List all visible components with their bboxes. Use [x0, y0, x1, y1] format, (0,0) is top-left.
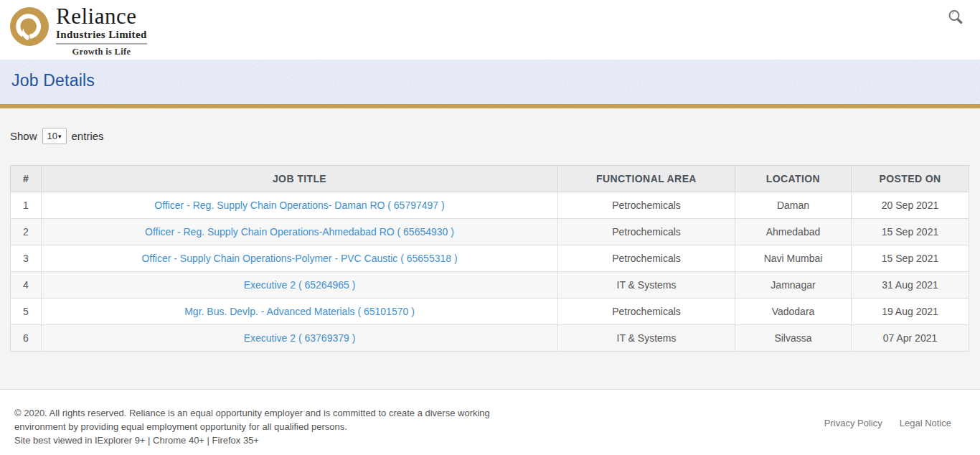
entries-control: Show 10 ▾ entries: [0, 108, 980, 144]
table-row: 4 Executive 2 ( 65264965 ) IT & Systems …: [11, 272, 969, 299]
location-cell: Ahmedabad: [735, 219, 852, 245]
show-label: Show: [10, 130, 37, 142]
table-row: 1 Officer - Reg. Supply Chain Operations…: [11, 192, 969, 219]
row-number: 5: [11, 299, 42, 325]
functional-area-cell: Petrochemicals: [558, 245, 735, 272]
footer-copyright: © 2020. All rights reserved. Reliance is…: [14, 406, 499, 433]
search-button[interactable]: [946, 8, 965, 27]
footer-text-block: © 2020. All rights reserved. Reliance is…: [14, 390, 499, 455]
entries-select[interactable]: 10 ▾: [42, 128, 67, 144]
row-number: 6: [11, 325, 42, 352]
banner-texture: [0, 60, 980, 104]
table-row: 2 Officer - Reg. Supply Chain Operations…: [11, 219, 969, 245]
functional-area-cell: IT & Systems: [558, 325, 735, 352]
table-row: 5 Mgr. Bus. Devlp. - Advanced Materials …: [11, 299, 969, 325]
job-title-link[interactable]: Officer - Supply Chain Operations-Polyme…: [141, 253, 457, 264]
job-title-link[interactable]: Executive 2 ( 63769379 ): [244, 332, 356, 344]
entries-label: entries: [72, 130, 104, 142]
column-header-job-title: JOB TITLE: [42, 166, 558, 192]
functional-area-cell: Petrochemicals: [558, 299, 735, 325]
page-title: Job Details: [11, 71, 95, 90]
posted-on-cell: 15 Sep 2021: [852, 245, 969, 272]
functional-area-cell: IT & Systems: [558, 272, 735, 299]
page-title-banner: Job Details: [0, 60, 980, 104]
location-cell: Daman: [735, 192, 852, 219]
reliance-emblem-icon: [10, 7, 49, 46]
posted-on-cell: 15 Sep 2021: [852, 219, 969, 245]
site-header: Reliance Industries Limited Growth is Li…: [0, 0, 980, 60]
job-title-link[interactable]: Officer - Reg. Supply Chain Operations- …: [154, 200, 444, 211]
table-row: 3 Officer - Supply Chain Operations-Poly…: [11, 245, 969, 272]
logo-subtitle: Industries Limited: [56, 29, 147, 41]
logo-brand: Reliance: [56, 5, 147, 28]
posted-on-cell: 07 Apr 2021: [852, 325, 969, 352]
site-footer: © 2020. All rights reserved. Reliance is…: [0, 389, 980, 455]
location-cell: Navi Mumbai: [735, 245, 852, 272]
column-header-posted-on: POSTED ON: [852, 166, 969, 192]
reliance-logo[interactable]: Reliance Industries Limited Growth is Li…: [10, 5, 147, 57]
jobs-table-wrap: # JOB TITLE FUNCTIONAL AREA LOCATION POS…: [10, 165, 969, 352]
logo-divider: [56, 43, 147, 44]
logo-text-block: Reliance Industries Limited Growth is Li…: [56, 5, 147, 57]
row-number: 2: [11, 219, 42, 245]
column-header-location: LOCATION: [735, 166, 852, 192]
row-number: 3: [11, 245, 42, 272]
table-header-row: # JOB TITLE FUNCTIONAL AREA LOCATION POS…: [11, 166, 969, 192]
posted-on-cell: 20 Sep 2021: [852, 192, 969, 219]
location-cell: Jamnagar: [735, 272, 852, 299]
job-title-link[interactable]: Executive 2 ( 65264965 ): [244, 279, 356, 291]
logo-tagline: Growth is Life: [56, 47, 147, 57]
functional-area-cell: Petrochemicals: [558, 219, 735, 245]
posted-on-cell: 31 Aug 2021: [852, 272, 969, 299]
footer-links: Privacy Policy Legal Notice: [824, 390, 951, 455]
column-header-num: #: [11, 166, 42, 192]
legal-notice-link[interactable]: Legal Notice: [900, 418, 951, 455]
caret-down-icon: ▾: [58, 133, 62, 140]
job-title-link[interactable]: Officer - Reg. Supply Chain Operations-A…: [145, 226, 454, 238]
row-number: 1: [11, 192, 42, 219]
privacy-policy-link[interactable]: Privacy Policy: [824, 418, 882, 455]
footer-browser-note: Site best viewed in IExplorer 9+ | Chrom…: [14, 433, 499, 447]
posted-on-cell: 19 Aug 2021: [852, 299, 969, 325]
column-header-functional-area: FUNCTIONAL AREA: [558, 166, 735, 192]
jobs-table: # JOB TITLE FUNCTIONAL AREA LOCATION POS…: [10, 165, 969, 352]
table-row: 6 Executive 2 ( 63769379 ) IT & Systems …: [11, 325, 969, 352]
main-content: Show 10 ▾ entries # JOB TITLE FUNCTIONAL…: [0, 108, 980, 389]
location-cell: Silvassa: [735, 325, 852, 352]
functional-area-cell: Petrochemicals: [558, 192, 735, 219]
row-number: 4: [11, 272, 42, 299]
job-title-link[interactable]: Mgr. Bus. Devlp. - Advanced Materials ( …: [184, 306, 415, 317]
location-cell: Vadodara: [735, 299, 852, 325]
entries-select-value: 10: [47, 131, 57, 141]
search-icon: [946, 8, 965, 27]
